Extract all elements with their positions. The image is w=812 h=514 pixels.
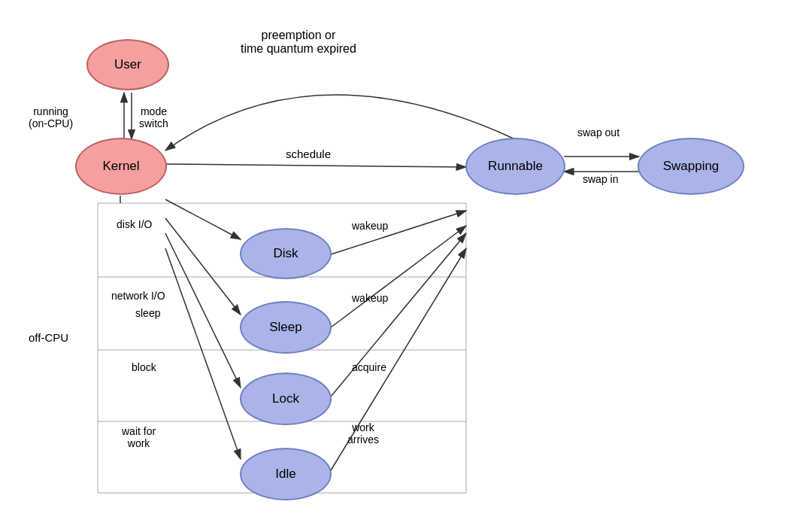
- wait-for-work-label: wait for work: [122, 425, 156, 449]
- lock-label: Lock: [272, 391, 299, 406]
- idle-node: Idle: [240, 448, 332, 500]
- swap-out-label: swap out: [577, 126, 620, 138]
- sleep-label-node: Sleep: [269, 320, 301, 335]
- acquire-label: acquire: [352, 361, 386, 373]
- user-label: User: [114, 57, 141, 72]
- work-arrives-label: work arrives: [347, 421, 379, 446]
- idle-label: Idle: [275, 467, 295, 482]
- svg-line-18: [165, 233, 241, 388]
- schedule-label: schedule: [286, 148, 331, 160]
- preemption-label: preemption or time quantum expired: [241, 29, 356, 56]
- user-node: User: [86, 39, 169, 90]
- lock-node: Lock: [240, 373, 332, 425]
- svg-line-4: [165, 164, 466, 167]
- disk-io-label: disk I/O: [117, 218, 152, 230]
- svg-line-14: [165, 199, 241, 239]
- wakeup1-label: wakeup: [352, 220, 388, 232]
- swap-in-label: swap in: [583, 173, 618, 185]
- network-io-label: network I/O: [111, 290, 165, 302]
- disk-node: Disk: [240, 228, 332, 279]
- running-label: running (on-CPU): [29, 105, 73, 129]
- svg-line-15: [331, 211, 466, 254]
- disk-label: Disk: [273, 246, 298, 261]
- diagram: User Kernel Runnable Swapping Disk Sleep…: [0, 0, 812, 514]
- block-label: block: [132, 361, 156, 373]
- svg-line-16: [165, 218, 241, 315]
- off-cpu-label: off-CPU: [29, 331, 68, 344]
- mode-switch-label: mode switch: [139, 105, 168, 129]
- svg-line-20: [165, 248, 241, 459]
- swapping-label: Swapping: [663, 159, 720, 174]
- sleep-arrow-label: sleep: [135, 307, 160, 319]
- kernel-node: Kernel: [75, 138, 167, 195]
- swapping-node: Swapping: [638, 138, 744, 195]
- kernel-label: Kernel: [102, 159, 139, 174]
- sleep-node: Sleep: [240, 301, 332, 354]
- runnable-node: Runnable: [465, 138, 565, 195]
- wakeup2-label: wakeup: [352, 292, 388, 304]
- svg-line-17: [331, 226, 466, 327]
- runnable-label: Runnable: [488, 159, 543, 174]
- svg-line-19: [331, 233, 466, 397]
